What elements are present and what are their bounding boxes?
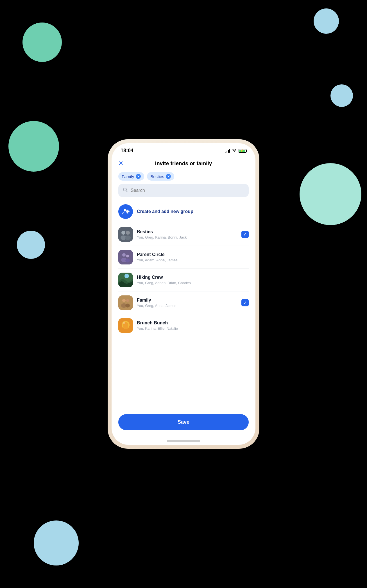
- check-besties[interactable]: ✓: [241, 231, 249, 238]
- svg-line-1: [126, 191, 128, 192]
- search-container: [112, 184, 255, 200]
- svg-rect-6: [118, 227, 133, 242]
- phone-screen: 18:04: [112, 143, 255, 445]
- svg-point-15: [125, 259, 130, 262]
- group-avatar-parent-circle: [118, 250, 133, 264]
- create-group-item[interactable]: Create and add new group: [118, 200, 249, 223]
- group-info-brunch-bunch: Brunch Bunch You, Karina, Ellie, Natalie: [137, 320, 249, 331]
- svg-rect-18: [118, 295, 133, 310]
- bg-circle-1: [22, 23, 62, 62]
- check-family[interactable]: ✓: [241, 299, 249, 306]
- tag-besties-remove[interactable]: ✕: [166, 174, 171, 179]
- header: ✕ Invite friends or family: [112, 156, 255, 170]
- phone-wrapper: 18:04: [108, 139, 259, 449]
- header-title: Invite friends or family: [155, 160, 212, 167]
- group-avatar-brunch-bunch: [118, 318, 133, 333]
- svg-point-2: [124, 209, 126, 211]
- group-avatar-besties: [118, 227, 133, 242]
- group-members-family: You, Greg, Anna, James: [137, 304, 237, 308]
- home-indicator: [112, 439, 255, 445]
- group-avatar-family: [118, 295, 133, 310]
- svg-point-20: [126, 299, 129, 302]
- group-item-family[interactable]: Family You, Greg, Anna, James ✓: [118, 291, 249, 314]
- search-icon: [123, 187, 128, 194]
- svg-point-10: [125, 235, 131, 240]
- svg-point-17: [124, 274, 129, 278]
- group-item-besties[interactable]: Besties You, Greg, Karina, Bonni, Jack ✓: [118, 223, 249, 246]
- group-info-parent-circle: Parent Circle You, Adam, Anna, James: [137, 252, 249, 262]
- group-name-hiking-crew: Hiking Crew: [137, 275, 249, 280]
- tags-section: Family ✕ Besties ✕: [112, 170, 255, 184]
- tag-family-remove[interactable]: ✕: [136, 174, 141, 179]
- status-icons: ⚡: [225, 148, 246, 153]
- save-button[interactable]: Save: [118, 414, 249, 430]
- status-time: 18:04: [121, 148, 133, 154]
- bg-circle-3: [8, 121, 59, 172]
- group-item-brunch-bunch[interactable]: Brunch Bunch You, Karina, Ellie, Natalie: [118, 314, 249, 337]
- svg-point-12: [122, 253, 126, 257]
- app-content: ✕ Invite friends or family Family ✕ Best…: [112, 156, 255, 445]
- phone-frame: 18:04: [108, 139, 259, 449]
- battery-icon: ⚡: [239, 149, 246, 153]
- status-bar: 18:04: [112, 143, 255, 156]
- group-name-family: Family: [137, 298, 237, 303]
- group-members-besties: You, Greg, Karina, Bonni, Jack: [137, 235, 237, 239]
- tag-family[interactable]: Family ✕: [118, 172, 144, 181]
- group-members-parent-circle: You, Adam, Anna, James: [137, 258, 249, 262]
- groups-list: Create and add new group: [112, 200, 255, 410]
- create-group-avatar: [118, 204, 133, 219]
- group-avatar-hiking-crew: [118, 273, 133, 287]
- group-members-brunch-bunch: You, Karina, Ellie, Natalie: [137, 326, 249, 331]
- wifi-icon: [232, 148, 237, 153]
- group-name-besties: Besties: [137, 229, 237, 234]
- search-input[interactable]: [131, 188, 244, 193]
- close-button[interactable]: ✕: [118, 160, 123, 167]
- group-item-hiking-crew[interactable]: Hiking Crew You, Greg, Adrian, Brian, Ch…: [118, 269, 249, 291]
- group-name-parent-circle: Parent Circle: [137, 252, 249, 257]
- group-info-besties: Besties You, Greg, Karina, Bonni, Jack: [137, 229, 237, 239]
- tag-besties[interactable]: Besties ✕: [147, 172, 174, 181]
- svg-point-26: [123, 322, 125, 324]
- group-members-hiking-crew: You, Greg, Adrian, Brian, Charles: [137, 281, 249, 285]
- svg-point-7: [121, 231, 125, 235]
- svg-rect-11: [118, 250, 133, 264]
- bg-circle-7: [330, 84, 353, 107]
- group-info-hiking-crew: Hiking Crew You, Greg, Adrian, Brian, Ch…: [137, 275, 249, 285]
- bg-circle-2: [314, 8, 339, 34]
- svg-point-22: [125, 304, 130, 308]
- home-bar: [167, 440, 200, 442]
- group-name-brunch-bunch: Brunch Bunch: [137, 320, 249, 326]
- save-section: Save: [112, 410, 255, 439]
- signal-icon: [225, 149, 230, 153]
- search-bar: [118, 184, 249, 197]
- group-info-family: Family You, Greg, Anna, James: [137, 298, 237, 308]
- create-group-info: Create and add new group: [137, 209, 249, 214]
- svg-point-19: [122, 299, 126, 302]
- group-item-parent-circle[interactable]: Parent Circle You, Adam, Anna, James: [118, 246, 249, 269]
- tag-besties-label: Besties: [150, 174, 164, 179]
- create-group-label: Create and add new group: [137, 209, 249, 214]
- bg-circle-4: [300, 163, 361, 225]
- svg-point-13: [126, 255, 129, 257]
- bg-circle-6: [34, 520, 79, 565]
- bg-circle-5: [17, 231, 45, 259]
- svg-point-8: [126, 231, 130, 235]
- tag-family-label: Family: [122, 174, 134, 179]
